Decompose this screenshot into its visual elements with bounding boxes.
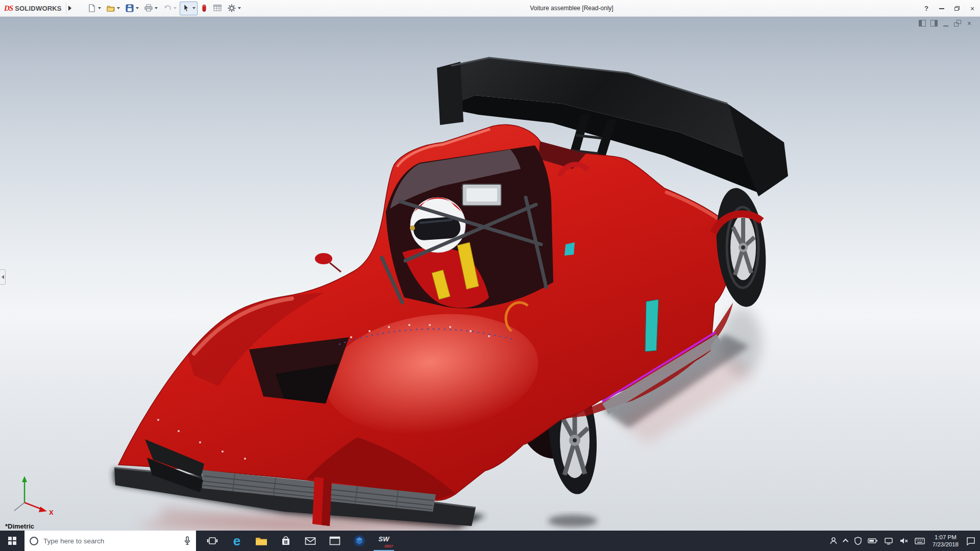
graphics-viewport[interactable]: X × *Dimetric <box>0 17 980 531</box>
dock-pane-right-button[interactable] <box>930 20 938 27</box>
store-button[interactable] <box>274 531 298 551</box>
file-explorer-button[interactable] <box>249 531 274 551</box>
print-button[interactable] <box>142 2 160 15</box>
open-folder-icon <box>106 4 115 13</box>
solidworks-app-icon: SW 2017 <box>377 534 391 547</box>
x-axis-arrow-icon <box>39 507 47 512</box>
task-view-button[interactable] <box>200 531 225 551</box>
new-document-button[interactable] <box>85 2 103 15</box>
x-axis-label: X <box>49 509 54 516</box>
clock-date: 7/23/2018 <box>933 541 959 548</box>
people-button[interactable] <box>826 531 841 551</box>
tray-overflow-button[interactable] <box>842 531 851 551</box>
window-controls: ? × <box>919 0 980 17</box>
select-cursor-icon <box>182 4 191 13</box>
help-button[interactable]: ? <box>919 0 934 17</box>
people-icon <box>829 536 838 545</box>
helmet-visor <box>413 216 461 241</box>
window-title: Voiture assemblee [Read-only] <box>225 0 919 17</box>
network-icon <box>884 537 893 545</box>
solidworks-logo: DS SOLIDWORKS <box>0 0 78 16</box>
menu-flyout-button[interactable] <box>66 3 74 14</box>
select-button[interactable] <box>180 2 198 15</box>
dropdown-arrow-icon <box>117 7 120 9</box>
collapse-arrow-icon <box>2 275 4 279</box>
windows-taskbar: e <box>0 531 980 551</box>
clock-time: 1:07 PM <box>935 534 957 541</box>
flyout-arrow-icon <box>68 6 71 11</box>
design-table-button[interactable] <box>211 2 224 15</box>
minimize-icon <box>939 8 944 9</box>
start-button[interactable] <box>0 531 24 551</box>
open-button[interactable] <box>104 2 122 15</box>
close-button[interactable]: × <box>965 0 980 17</box>
volume-muted-icon <box>899 537 909 544</box>
edge-browser-button[interactable]: e <box>225 531 249 551</box>
ds-logo-icon: DS <box>4 4 13 13</box>
taskbar-apps: e <box>200 531 396 551</box>
cube-app-icon <box>353 535 365 547</box>
appearance-button[interactable] <box>199 2 210 15</box>
feature-tree-collapse-tab[interactable] <box>0 269 6 285</box>
solidworks-app-button[interactable]: SW 2017 <box>372 531 396 551</box>
taskbar-search-box[interactable] <box>24 531 196 551</box>
chevron-up-icon <box>843 539 848 544</box>
3d-model-canvas[interactable]: X <box>0 17 980 531</box>
action-center-button[interactable] <box>964 531 978 551</box>
side-mirror <box>315 253 332 264</box>
security-button[interactable] <box>852 531 864 551</box>
document-minimize-button[interactable] <box>942 20 949 27</box>
windows-logo-icon <box>8 537 16 545</box>
action-center-icon <box>966 537 975 545</box>
appearance-icon <box>201 4 208 13</box>
help-icon: ? <box>924 5 928 12</box>
orientation-triad[interactable]: X <box>14 476 54 516</box>
system-tray: 1:07 PM 7/23/2018 <box>826 531 980 551</box>
design-table-icon <box>213 4 222 13</box>
print-icon <box>144 4 153 13</box>
file-explorer-icon <box>255 536 267 546</box>
battery-icon <box>868 538 878 544</box>
search-input[interactable] <box>43 537 179 545</box>
touch-keyboard-icon <box>915 538 925 544</box>
dock-pane-left-button[interactable] <box>919 20 926 27</box>
mail-button[interactable] <box>298 531 323 551</box>
cortana-icon <box>30 537 38 545</box>
desktop: { "colors": { "body_red": "#d01a15", "wi… <box>0 0 980 551</box>
dropdown-arrow-icon <box>155 7 158 9</box>
shield-icon <box>854 537 862 545</box>
undo-button[interactable] <box>161 2 179 15</box>
console-window-button[interactable] <box>323 531 347 551</box>
close-icon: × <box>970 5 974 13</box>
brand-name: SOLIDWORKS <box>15 5 62 12</box>
save-button[interactable] <box>123 2 141 15</box>
dropdown-arrow-icon <box>192 7 195 9</box>
dropdown-arrow-icon <box>174 7 177 9</box>
minimize-button[interactable] <box>934 0 949 17</box>
restore-button[interactable] <box>949 0 965 17</box>
volume-button[interactable] <box>897 531 911 551</box>
view-orientation-label: *Dimetric <box>5 522 34 530</box>
save-floppy-icon <box>125 4 134 13</box>
touch-keyboard-button[interactable] <box>912 531 927 551</box>
y-axis-arrow-icon <box>22 476 27 482</box>
titlebar: DS SOLIDWORKS <box>0 0 980 17</box>
document-close-button[interactable]: × <box>966 20 973 27</box>
task-view-icon <box>207 536 218 545</box>
console-window-icon <box>329 536 340 545</box>
undo-arrow-icon <box>163 4 172 13</box>
model-app-button[interactable] <box>347 531 372 551</box>
battery-button[interactable] <box>865 531 880 551</box>
document-window-controls: × <box>919 20 973 27</box>
new-document-icon <box>87 4 96 13</box>
microphone-icon[interactable] <box>184 536 191 545</box>
restore-icon <box>954 6 960 11</box>
store-icon <box>281 536 291 546</box>
network-button[interactable] <box>881 531 896 551</box>
dropdown-arrow-icon <box>136 7 139 9</box>
edge-icon: e <box>233 531 240 551</box>
clock[interactable]: 1:07 PM 7/23/2018 <box>928 534 963 548</box>
mail-icon <box>305 537 316 545</box>
document-restore-button[interactable] <box>954 20 961 27</box>
dropdown-arrow-icon <box>98 7 101 9</box>
